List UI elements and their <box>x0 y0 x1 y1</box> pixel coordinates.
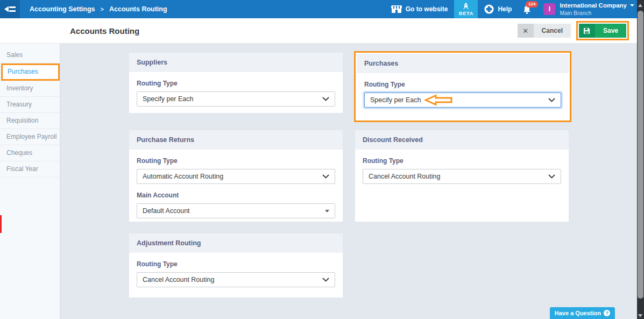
sidebar-item-requisition[interactable]: Requisition <box>0 113 60 129</box>
scrollbar-thumb[interactable] <box>638 11 643 299</box>
annotation-arrow-icon <box>424 94 452 106</box>
notification-count-badge: 124 <box>526 1 538 8</box>
purchase-returns-routing-type-label: Routing Type <box>137 157 335 165</box>
beta-badge[interactable]: BETA <box>454 0 478 18</box>
card-purchases-title: Purchases <box>357 54 569 73</box>
chevron-down-icon <box>322 97 329 101</box>
caret-down-icon <box>325 210 329 212</box>
feedback-edge-tab[interactable] <box>0 215 2 233</box>
have-a-question-label: Have a Question <box>555 310 601 316</box>
purchase-returns-routing-type-value: Automatic Account Routing <box>143 173 223 180</box>
discount-received-routing-type-value: Cancel Account Routing <box>369 173 440 180</box>
purchases-routing-type-value: Specify per Each <box>370 96 421 104</box>
chevron-down-icon <box>548 98 555 102</box>
adjustment-routing-type-value: Cancel Account Routing <box>143 276 214 283</box>
adjustment-routing-type-select[interactable]: Cancel Account Routing <box>137 272 335 287</box>
sidebar-item-cheques[interactable]: Cheques <box>0 145 60 161</box>
sidebar-item-inventory[interactable]: Inventory <box>0 81 60 97</box>
cancel-button-label: Cancel <box>534 24 571 38</box>
suppliers-routing-type-value: Specify per Each <box>143 95 194 103</box>
sidebar-item-treasury[interactable]: Treasury <box>0 97 60 113</box>
sidebar-item-fiscal-year[interactable]: Fiscal Year <box>0 161 60 178</box>
vertical-scrollbar[interactable] <box>637 0 644 319</box>
sidebar-item-employee-payroll[interactable]: Employee Payroll <box>0 129 60 145</box>
go-to-website-label: Go to website <box>406 5 448 13</box>
purchases-routing-type-select[interactable]: Specify per Each <box>364 93 561 108</box>
purchases-routing-type-label: Routing Type <box>364 81 561 88</box>
topbar-right: Go to website BETA <box>385 0 634 18</box>
purchase-returns-routing-type-select[interactable]: Automatic Account Routing <box>137 169 335 184</box>
scrollbar-down-arrow-icon[interactable] <box>638 314 642 317</box>
header-actions: ✕ Cancel Save <box>518 21 629 40</box>
have-a-question-button[interactable]: Have a Question ? <box>550 307 615 319</box>
purchases-highlight-annotation: Purchases Routing Type Specify per Each <box>354 51 571 122</box>
chevron-down-icon <box>322 278 329 282</box>
card-suppliers: Suppliers Routing Type Specify per Each <box>129 53 343 113</box>
close-icon: ✕ <box>518 24 534 38</box>
page: Accounting Settings > Accounts Routing G… <box>0 0 644 319</box>
branch-name: Main Branch <box>560 10 634 17</box>
chevron-down-icon <box>548 174 555 179</box>
save-floppy-icon <box>579 24 595 38</box>
card-discount-received-title: Discount Received <box>355 130 569 150</box>
help-lifebuoy-icon <box>484 4 494 14</box>
website-icon <box>391 5 402 13</box>
save-highlight-annotation: Save <box>576 21 629 40</box>
chevron-down-icon <box>630 4 634 6</box>
page-header: Accounts Routing ✕ Cancel Save <box>0 18 644 44</box>
company-menu[interactable]: International Company Main Branch <box>560 0 634 18</box>
card-purchases: Purchases Routing Type Specify per Each <box>357 54 569 119</box>
menu-collapse-icon <box>4 5 16 13</box>
page-title: Accounts Routing <box>70 26 139 36</box>
scrollbar-up-arrow-icon[interactable] <box>638 4 642 7</box>
company-avatar[interactable]: I <box>543 3 555 15</box>
content: Sales Purchases Inventory Treasury Requi… <box>0 44 644 319</box>
adjustment-routing-type-label: Routing Type <box>137 260 335 268</box>
breadcrumb-accounts-routing[interactable]: Accounts Routing <box>109 5 167 13</box>
sidebar-item-purchases[interactable]: Purchases <box>1 63 60 81</box>
topbar: Accounting Settings > Accounts Routing G… <box>0 0 644 18</box>
collapse-menu-button[interactable] <box>0 0 20 18</box>
company-name: International Company <box>560 2 627 9</box>
settings-sidebar: Sales Purchases Inventory Treasury Requi… <box>0 44 60 319</box>
sidebar-item-sales[interactable]: Sales <box>0 47 60 63</box>
breadcrumb-accounting-settings[interactable]: Accounting Settings <box>30 5 95 13</box>
suppliers-routing-type-label: Routing Type <box>137 80 335 87</box>
help-label: Help <box>498 5 512 13</box>
question-mark-icon: ? <box>604 310 610 316</box>
breadcrumb: Accounting Settings > Accounts Routing <box>30 0 167 18</box>
card-adjustment-routing-title: Adjustment Routing <box>129 233 343 253</box>
rocket-icon <box>463 3 469 10</box>
save-button-label: Save <box>595 24 626 38</box>
suppliers-routing-type-select[interactable]: Specify per Each <box>137 91 335 107</box>
cancel-button[interactable]: ✕ Cancel <box>518 24 571 38</box>
purchase-returns-main-account-value: Default Account <box>143 207 190 215</box>
card-suppliers-title: Suppliers <box>129 53 343 72</box>
breadcrumb-separator: > <box>101 6 104 12</box>
card-purchase-returns: Purchase Returns Routing Type Automatic … <box>129 130 343 222</box>
go-to-website-link[interactable]: Go to website <box>385 0 455 18</box>
main-panel: Suppliers Routing Type Specify per Each <box>60 44 644 319</box>
purchase-returns-main-account-label: Main Account <box>137 192 335 199</box>
beta-label: BETA <box>459 10 473 16</box>
chevron-down-icon <box>322 174 329 179</box>
notifications-button[interactable]: 124 <box>518 0 539 18</box>
purchase-returns-main-account-select[interactable]: Default Account <box>137 203 335 218</box>
save-button[interactable]: Save <box>579 24 626 38</box>
card-purchase-returns-title: Purchase Returns <box>129 130 343 150</box>
discount-received-routing-type-select[interactable]: Cancel Account Routing <box>363 169 561 184</box>
card-adjustment-routing: Adjustment Routing Routing Type Cancel A… <box>129 233 343 297</box>
discount-received-routing-type-label: Routing Type <box>363 157 561 165</box>
card-discount-received: Discount Received Routing Type Cancel Ac… <box>355 130 569 222</box>
help-button[interactable]: Help <box>478 0 518 18</box>
